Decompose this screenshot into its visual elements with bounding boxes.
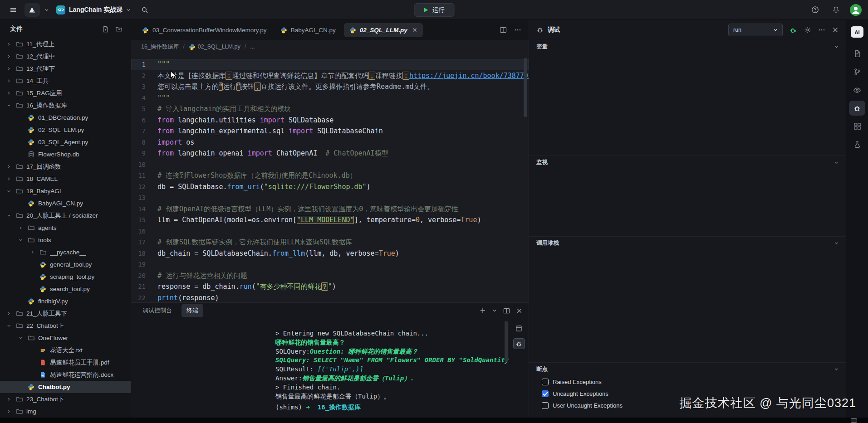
editor-tab-02-sql-llm-py[interactable]: 02_SQL_LLM.py <box>344 23 423 37</box>
code-line[interactable]: 16 <box>131 226 529 237</box>
line-number[interactable]: 20 <box>131 270 157 282</box>
run-button[interactable]: 运行 <box>414 3 454 17</box>
tree-item-search-tool-py[interactable]: search_tool.py <box>0 283 131 295</box>
workspace-switcher[interactable]: </> LangChain 实战课 <box>54 4 133 16</box>
checkbox-unchecked[interactable] <box>542 379 549 385</box>
line-number[interactable]: 8 <box>131 137 157 148</box>
debug-config-select[interactable]: run <box>728 24 783 36</box>
tree-item-scraping-tool-py[interactable]: scraping_tool.py <box>0 271 131 283</box>
bell-icon[interactable] <box>829 3 843 17</box>
tree-item-flowershop-db[interactable]: FlowerShop.db <box>0 148 131 160</box>
line-number[interactable]: 4 <box>131 92 157 104</box>
code-line[interactable]: 11# 连接到FlowerShop数据库（之前我们使用的是Chinook.db） <box>131 170 529 181</box>
more-actions-icon[interactable] <box>514 26 521 34</box>
line-number[interactable]: 16 <box>131 226 157 237</box>
line-number[interactable]: 5 <box>131 103 157 115</box>
tree-item-03-sql-agent-py[interactable]: 03_SQL_Agent.py <box>0 136 131 148</box>
new-folder-icon[interactable] <box>115 26 123 33</box>
code-line[interactable]: 20# 运行与鲜花运营相关的问题 <box>131 270 529 282</box>
code-line[interactable]: 14# 创建OpenAI的低级语言模型（LLM）实例，这里我们设置温度为0，意味… <box>131 204 529 215</box>
tree-item-01-dbcreation-py[interactable]: 01_DBCreation.py <box>0 112 131 124</box>
tree-item-22-chatbot上[interactable]: 22_Chatbot上 <box>0 320 131 332</box>
code-line[interactable]: 2本文件是【连接数据库：通过链和代理查询鲜花信息】章节的配套代码，课程链接：ht… <box>131 70 529 82</box>
line-number[interactable]: 14 <box>131 204 157 215</box>
test-flask-icon[interactable] <box>849 137 865 152</box>
code-line[interactable]: 17# 创建SQL数据库链实例，它允许我们使用LLM来查询SQL数据库 <box>131 237 529 248</box>
breadcrumb-item-02-sql-llm-py[interactable]: 02_SQL_LLM.py <box>189 44 240 50</box>
line-number[interactable]: 21 <box>131 281 157 292</box>
line-number[interactable]: 10 <box>131 159 157 170</box>
menu-icon[interactable] <box>6 3 20 17</box>
panel-tab-调试控制台[interactable]: 调试控制台 <box>137 304 177 317</box>
tree-item-img[interactable]: img <box>0 405 131 418</box>
debug-section-变量[interactable]: 变量 <box>529 40 846 53</box>
tree-item-17-回调函数[interactable]: 17_回调函数 <box>0 160 131 173</box>
tree-item-oneflower[interactable]: OneFlower <box>0 332 131 344</box>
code-line[interactable]: 18db_chain = SQLDatabaseChain.from_llm(l… <box>131 248 529 259</box>
tree-item-11-代理上[interactable]: 11_代理上 <box>0 38 131 50</box>
course-link[interactable]: https://juejin.cn/book/73877023474361303… <box>409 72 529 80</box>
tree-item-19-babyagi[interactable]: 19_BabyAGI <box>0 185 131 197</box>
tree-item-12-代理中[interactable]: 12_代理中 <box>0 50 131 63</box>
split-editor-icon[interactable] <box>500 26 507 34</box>
close-icon[interactable] <box>412 27 417 33</box>
extensions-icon[interactable] <box>849 119 865 134</box>
code-line[interactable]: 1""" <box>131 59 529 70</box>
app-logo-icon[interactable] <box>25 3 40 17</box>
code-line[interactable]: 5# 导入langchain的实用工具和相关的模块 <box>131 103 529 115</box>
breadcrumb-item-16-操作数据库[interactable]: 16_操作数据库 <box>141 43 179 51</box>
tree-item-findbigv-py[interactable]: findbigV.py <box>0 295 131 307</box>
line-number[interactable]: 2 <box>131 70 157 82</box>
debug-icon[interactable] <box>849 101 865 116</box>
new-file-icon[interactable] <box>102 26 109 33</box>
checkbox-checked[interactable] <box>542 390 549 397</box>
tree-item-15-rag应用[interactable]: 15_RAG应用 <box>0 87 131 99</box>
tree-item-babyagi-cn-py[interactable]: BabyAGI_CN.py <box>0 197 131 209</box>
tree-item-易速鲜花员工手册-pdf[interactable]: 易速鲜花员工手册.pdf <box>0 356 131 369</box>
chevron-down-icon[interactable] <box>492 308 497 313</box>
tree-item-chatbot-py[interactable]: Chatbot.py <box>0 381 131 393</box>
explorer-icon[interactable] <box>849 46 865 61</box>
code-line[interactable]: 4""" <box>131 92 529 104</box>
code-line[interactable]: 13 <box>131 192 529 204</box>
tree-item-14-工具[interactable]: 14_工具 <box>0 75 131 87</box>
tree-item-tools[interactable]: tools <box>0 234 131 246</box>
editor-tab-babyagi-cn-py[interactable]: BabyAGI_CN.py <box>275 23 341 37</box>
code-line[interactable]: 21response = db_chain.run("有多少种不同的鲜花？") <box>131 281 529 292</box>
ai-assistant-icon[interactable]: AI <box>851 26 863 38</box>
tree-item-general-tool-py[interactable]: general_tool.py <box>0 258 131 271</box>
tree-item-13-代理下[interactable]: 13_代理下 <box>0 63 131 75</box>
line-number[interactable]: 13 <box>131 192 157 204</box>
code-line[interactable]: 10 <box>131 159 529 170</box>
code-line[interactable]: 3您可以点击最上方的“运行”按钮，直接运行该文件。更多操作指引请参考Readme… <box>131 81 529 92</box>
line-number[interactable]: 17 <box>131 237 157 248</box>
debug-section-监视[interactable]: 监视 <box>529 156 846 169</box>
code-line[interactable]: 9from langchain_openai import ChatOpenAI… <box>131 148 529 159</box>
tree-item-21-人脉工具下[interactable]: 21_人脉工具下 <box>0 307 131 320</box>
code-editor[interactable]: 1"""2本文件是【连接数据库：通过链和代理查询鲜花信息】章节的配套代码，课程链… <box>131 53 529 302</box>
editor-scrollbar[interactable] <box>524 58 527 117</box>
tree-item-agents[interactable]: agents <box>0 222 131 234</box>
panel-tab-终端[interactable]: 终端 <box>181 304 203 317</box>
code-line[interactable]: 8import os <box>131 137 529 148</box>
code-line[interactable]: 22print(response) <box>131 292 529 303</box>
close-icon[interactable] <box>832 27 839 33</box>
breakpoint-row-raised-exceptions[interactable]: Raised Exceptions <box>529 376 846 388</box>
line-number[interactable]: 9 <box>131 148 157 159</box>
line-number[interactable]: 11 <box>131 170 157 181</box>
tree-item-16-操作数据库[interactable]: 16_操作数据库 <box>0 99 131 112</box>
code-line[interactable]: 6from langchain.utilities import SQLData… <box>131 115 529 126</box>
line-number[interactable]: 12 <box>131 181 157 193</box>
avatar[interactable] <box>850 4 862 16</box>
chevron-down-icon[interactable] <box>44 8 49 12</box>
line-number[interactable]: 15 <box>131 214 157 226</box>
tree-item-20-人脉工具上-socializer[interactable]: 20_人脉工具上 / socializer <box>0 209 131 222</box>
breadcrumb-item-[interactable]: ... <box>250 44 255 50</box>
debug-section-调用堆栈[interactable]: 调用堆栈 <box>529 236 846 250</box>
code-line[interactable]: 12db = SQLDatabase.from_uri("sqlite:///F… <box>131 181 529 193</box>
maximize-panel-icon[interactable] <box>513 323 525 334</box>
more-actions-icon[interactable] <box>818 26 825 34</box>
tree-item-pycache[interactable]: __pycache__ <box>0 246 131 258</box>
source-control-icon[interactable] <box>849 64 865 79</box>
tree-item-18-camel[interactable]: 18_CAMEL <box>0 173 131 185</box>
